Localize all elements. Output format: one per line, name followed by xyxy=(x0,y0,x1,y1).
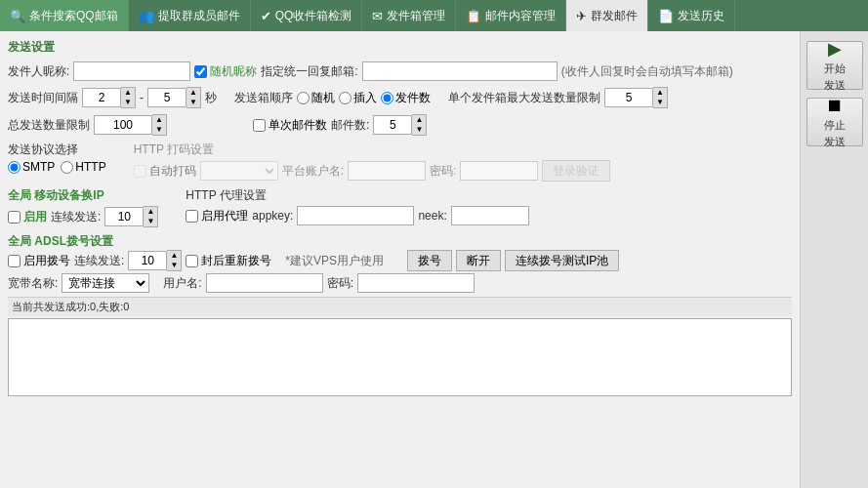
interval-to-up[interactable]: ▲ xyxy=(186,88,200,98)
interval-to-input[interactable] xyxy=(147,88,186,107)
max-per-box-input[interactable] xyxy=(604,88,653,107)
total-limit-input[interactable] xyxy=(94,115,152,135)
tab-send[interactable]: ✈ 群发邮件 xyxy=(566,0,648,31)
neek-label: neek: xyxy=(418,209,446,223)
start-label: 开始 xyxy=(824,61,846,76)
auto-code-label[interactable]: 自动打码 xyxy=(134,163,196,180)
tab-outbox[interactable]: ✉ 发件箱管理 xyxy=(362,0,456,31)
history-icon: 📄 xyxy=(658,9,674,23)
auto-code-checkbox[interactable] xyxy=(134,165,146,178)
adsl-vps-label: *建议VPS用户使用 xyxy=(285,253,384,269)
http-radio[interactable] xyxy=(61,161,73,174)
adsl-reconnect-checkbox[interactable] xyxy=(186,255,198,267)
status-text: 当前共发送成功:0,失败:0 xyxy=(12,301,129,312)
single-mail-checkbox-label[interactable]: 单次邮件数 xyxy=(253,117,327,134)
section-title-send-settings: 发送设置 xyxy=(8,39,792,56)
protocol-radio-group: SMTP HTTP xyxy=(8,160,106,174)
platform-input[interactable] xyxy=(348,161,426,181)
password-label: 密码: xyxy=(430,163,456,180)
disconnect-btn[interactable]: 断开 xyxy=(456,250,501,271)
login-btn[interactable]: 登录验证 xyxy=(542,160,610,182)
proxy-enable-checkbox[interactable] xyxy=(186,210,198,223)
single-mail-input[interactable] xyxy=(373,115,412,135)
tab-search[interactable]: 🔍 条件搜索QQ邮箱 xyxy=(0,0,129,31)
order-sendnum-radio[interactable] xyxy=(381,92,393,104)
outbox-icon: ✉ xyxy=(372,9,383,23)
password2-label: 密码: xyxy=(327,275,353,292)
log-area[interactable] xyxy=(8,318,792,396)
password2-input[interactable] xyxy=(357,273,475,293)
adsl-continuous-input[interactable] xyxy=(128,251,167,270)
order-insert-radio[interactable] xyxy=(339,92,351,104)
appkey-input[interactable] xyxy=(297,206,414,225)
ip-continuous-input[interactable] xyxy=(104,207,144,226)
single-mail-down[interactable]: ▼ xyxy=(412,125,426,135)
random-nickname-checkbox[interactable] xyxy=(194,65,207,78)
adsl-enable-checkbox[interactable] xyxy=(8,255,21,267)
adsl-reconnect-label[interactable]: 封后重新拨号 xyxy=(186,253,271,269)
random-nickname-checkbox-label[interactable]: 随机昵称 xyxy=(194,63,257,80)
adsl-continuous-up[interactable]: ▲ xyxy=(167,251,181,261)
total-limit-label: 总发送数量限制 xyxy=(8,117,90,134)
single-mail-checkbox[interactable] xyxy=(253,119,266,132)
ip-enable-checkbox[interactable] xyxy=(8,211,21,224)
order-random-text: 随机 xyxy=(311,90,335,106)
username-input[interactable] xyxy=(206,273,323,293)
test-ip-btn[interactable]: 连续拨号测试IP池 xyxy=(505,250,619,271)
password-input[interactable] xyxy=(460,161,538,181)
interval-from-btns: ▲ ▼ xyxy=(121,87,136,108)
search-icon: 🔍 xyxy=(10,9,25,23)
reply-hint: (收件人回复时会自动填写本邮箱) xyxy=(561,63,733,80)
interval-from-input[interactable] xyxy=(82,88,121,107)
broadband-select[interactable]: 宽带连接 xyxy=(62,273,149,293)
ip-continuous-down[interactable]: ▼ xyxy=(144,217,157,226)
dial-btn[interactable]: 拨号 xyxy=(407,250,452,271)
adsl-enable-text: 启用拨号 xyxy=(23,253,70,269)
order-random-radio[interactable] xyxy=(297,92,310,104)
single-mail-up[interactable]: ▲ xyxy=(412,115,426,125)
http-radio-label[interactable]: HTTP xyxy=(61,160,105,174)
adsl-reconnect-text: 封后重新拨号 xyxy=(201,253,271,269)
right-panel: ▶ 开始 发送 ⏹ 停止 发送 xyxy=(800,31,868,488)
interval-to-down[interactable]: ▼ xyxy=(186,98,200,107)
adsl-continuous-down[interactable]: ▼ xyxy=(167,261,181,270)
adsl-enable-label[interactable]: 启用拨号 xyxy=(8,253,70,269)
ip-continuous-up[interactable]: ▲ xyxy=(144,207,157,217)
http-code-section: HTTP 打码设置 自动打码 平台账户名: 密码: 登录验证 xyxy=(134,142,611,182)
protocol-http-row: 发送协议选择 SMTP HTTP HTTP 打码设置 xyxy=(8,142,792,182)
ip-continuous-spinner: ▲ ▼ xyxy=(104,206,158,227)
neek-input[interactable] xyxy=(451,206,529,225)
order-sendnum-label[interactable]: 发件数 xyxy=(381,90,431,106)
start-send-button[interactable]: ▶ 开始 发送 xyxy=(806,41,863,90)
ip-enable-label[interactable]: 启用 xyxy=(8,209,47,225)
order-insert-label[interactable]: 插入 xyxy=(339,90,377,106)
total-limit-btns: ▲ ▼ xyxy=(152,114,167,136)
tab-content[interactable]: 📋 邮件内容管理 xyxy=(456,0,566,31)
total-limit-down[interactable]: ▼ xyxy=(152,125,166,135)
max-per-box-btns: ▲ ▼ xyxy=(653,87,668,108)
interval-from-down[interactable]: ▼ xyxy=(121,98,135,107)
tab-check[interactable]: ✔ QQ收件箱检测 xyxy=(251,0,363,31)
reply-input[interactable] xyxy=(362,61,558,81)
max-per-box-up[interactable]: ▲ xyxy=(653,88,667,98)
username-label: 用户名: xyxy=(163,275,201,292)
sender-input[interactable] xyxy=(73,61,190,81)
tab-members[interactable]: 👥 提取群成员邮件 xyxy=(129,0,251,31)
proxy-enable-label[interactable]: 启用代理 xyxy=(186,208,248,224)
proxy-enable-text: 启用代理 xyxy=(201,208,248,224)
stop-send-button[interactable]: ⏹ 停止 发送 xyxy=(806,98,863,146)
code-select[interactable] xyxy=(200,161,278,181)
smtp-radio[interactable] xyxy=(8,161,21,174)
order-random-label[interactable]: 随机 xyxy=(297,90,335,106)
stop-label: 停止 xyxy=(824,118,846,133)
ip-enable-text: 启用 xyxy=(23,209,47,225)
smtp-radio-label[interactable]: SMTP xyxy=(8,160,55,174)
total-limit-up[interactable]: ▲ xyxy=(152,115,166,125)
interval-from-up[interactable]: ▲ xyxy=(121,88,135,98)
interval-label: 发送时间间隔 xyxy=(8,90,78,106)
content-icon: 📋 xyxy=(466,9,481,23)
total-limit-row: 总发送数量限制 ▲ ▼ 单次邮件数 邮件数: ▲ ▼ xyxy=(8,114,792,136)
max-per-box-down[interactable]: ▼ xyxy=(653,98,667,107)
tab-history[interactable]: 📄 发送历史 xyxy=(648,0,735,31)
interval-unit: 秒 xyxy=(205,90,217,106)
